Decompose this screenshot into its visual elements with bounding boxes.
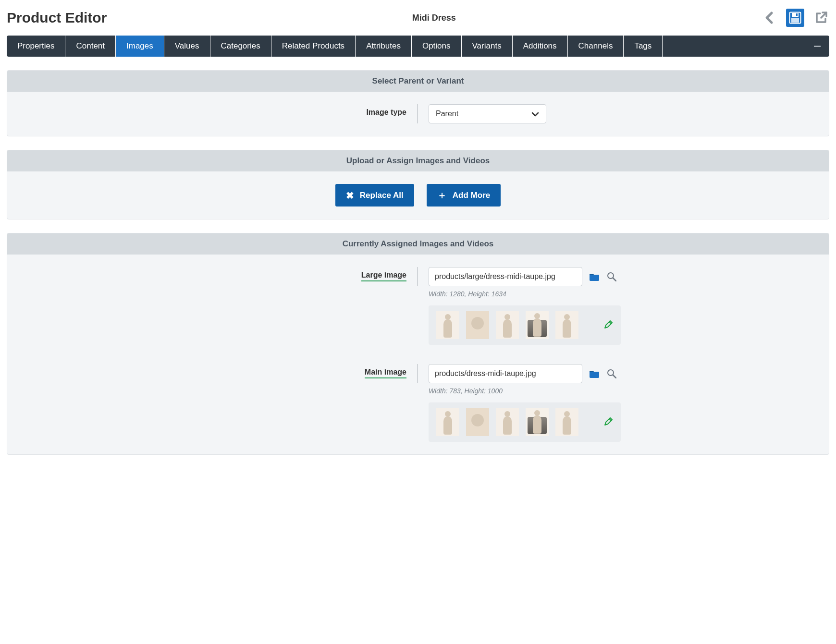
thumbnail[interactable] — [555, 311, 578, 339]
image-type-select[interactable]: Parent — [429, 104, 546, 123]
thumbnail[interactable] — [436, 408, 459, 436]
preview-button[interactable] — [606, 368, 617, 379]
image-type-label: Image type — [366, 108, 406, 117]
tab-content[interactable]: Content — [65, 36, 116, 57]
product-name: Midi Dress — [107, 13, 761, 23]
panel-assigned: Currently Assigned Images and Videos Lar… — [7, 233, 829, 455]
tab-channels[interactable]: Channels — [568, 36, 624, 57]
tab-images[interactable]: Images — [116, 36, 164, 57]
image-type-selected-value: Parent — [436, 109, 458, 118]
browse-folder-button[interactable] — [589, 271, 600, 282]
thumbnail[interactable] — [496, 311, 519, 339]
thumbnail[interactable] — [526, 408, 549, 436]
plus-icon: ＋ — [437, 189, 447, 202]
tab-variants[interactable]: Variants — [462, 36, 513, 57]
assigned-main-image-row: Main image Width: 783, Height: 1000 — [18, 364, 818, 442]
floppy-disk-icon — [789, 12, 801, 24]
tab-tags[interactable]: Tags — [624, 36, 663, 57]
assigned-main-image-dims: Width: 783, Height: 1000 — [429, 387, 818, 395]
edit-thumbnails-button[interactable] — [603, 417, 613, 428]
thumbnail[interactable] — [526, 311, 549, 339]
panel-upload: Upload or Assign Images and Videos ✖ Rep… — [7, 150, 829, 219]
thumbnail[interactable] — [466, 311, 489, 339]
panel-parent-variant: Select Parent or Variant Image type Pare… — [7, 70, 829, 136]
panel-upload-collapse[interactable] — [817, 159, 821, 163]
panel-upload-title: Upload or Assign Images and Videos — [346, 156, 490, 165]
svg-rect-2 — [791, 18, 799, 23]
assigned-main-image-path-input[interactable] — [429, 364, 582, 383]
panel-assigned-header: Currently Assigned Images and Videos — [7, 233, 829, 255]
tab-additions[interactable]: Additions — [513, 36, 568, 57]
thumbnail[interactable] — [496, 408, 519, 436]
panel-upload-header: Upload or Assign Images and Videos — [7, 150, 829, 171]
tab-properties[interactable]: Properties — [7, 36, 65, 57]
panel-assigned-collapse[interactable] — [817, 242, 821, 246]
tabs-collapse[interactable] — [663, 36, 829, 57]
assigned-large-image-row: Large image Width: 1280, Height: 1634 — [18, 267, 818, 345]
tab-values[interactable]: Values — [164, 36, 210, 57]
assigned-large-image-thumbs — [429, 305, 621, 345]
magnifier-icon — [607, 272, 616, 281]
assigned-main-image-thumbs — [429, 402, 621, 442]
panel-parent-variant-header: Select Parent or Variant — [7, 71, 829, 92]
open-external-button[interactable] — [813, 10, 829, 26]
panel-parent-variant-collapse[interactable] — [817, 79, 821, 83]
chevron-down-icon — [531, 109, 539, 119]
external-link-icon — [814, 11, 828, 24]
edit-thumbnails-button[interactable] — [603, 320, 613, 331]
chevron-left-icon — [764, 11, 775, 24]
assigned-large-image-path-input[interactable] — [429, 267, 582, 286]
minus-icon — [814, 46, 821, 47]
replace-all-label: Replace All — [360, 191, 404, 200]
add-more-button[interactable]: ＋ Add More — [427, 184, 501, 207]
svg-line-5 — [613, 278, 616, 281]
entity-tabs: Properties Content Images Values Categor… — [7, 36, 829, 57]
thumbnail[interactable] — [466, 408, 489, 436]
svg-line-8 — [613, 375, 616, 378]
svg-rect-3 — [796, 13, 798, 16]
header-actions — [761, 9, 829, 27]
page-title: Product Editor — [7, 10, 107, 26]
assigned-large-image-label: Large image — [361, 271, 406, 281]
panel-parent-variant-title: Select Parent or Variant — [372, 76, 464, 85]
assigned-main-image-label: Main image — [365, 368, 406, 378]
tab-attributes[interactable]: Attributes — [356, 36, 412, 57]
image-type-row: Image type Parent — [18, 104, 818, 123]
preview-button[interactable] — [606, 271, 617, 282]
editor-header: Product Editor Midi Dress — [7, 9, 829, 27]
add-more-label: Add More — [453, 191, 490, 200]
tab-categories[interactable]: Categories — [210, 36, 271, 57]
pencil-icon — [603, 320, 613, 329]
replace-all-button[interactable]: ✖ Replace All — [335, 184, 414, 207]
x-icon: ✖ — [346, 190, 354, 201]
thumbnail[interactable] — [436, 311, 459, 339]
tab-options[interactable]: Options — [412, 36, 462, 57]
folder-icon — [589, 272, 600, 281]
tab-related-products[interactable]: Related Products — [271, 36, 356, 57]
thumbnail[interactable] — [555, 408, 578, 436]
save-button[interactable] — [786, 9, 804, 27]
browse-folder-button[interactable] — [589, 368, 600, 379]
pencil-icon — [603, 417, 613, 426]
folder-icon — [589, 369, 600, 378]
assigned-large-image-dims: Width: 1280, Height: 1634 — [429, 290, 818, 298]
back-button[interactable] — [761, 10, 777, 26]
magnifier-icon — [607, 369, 616, 378]
panel-assigned-title: Currently Assigned Images and Videos — [343, 239, 494, 248]
